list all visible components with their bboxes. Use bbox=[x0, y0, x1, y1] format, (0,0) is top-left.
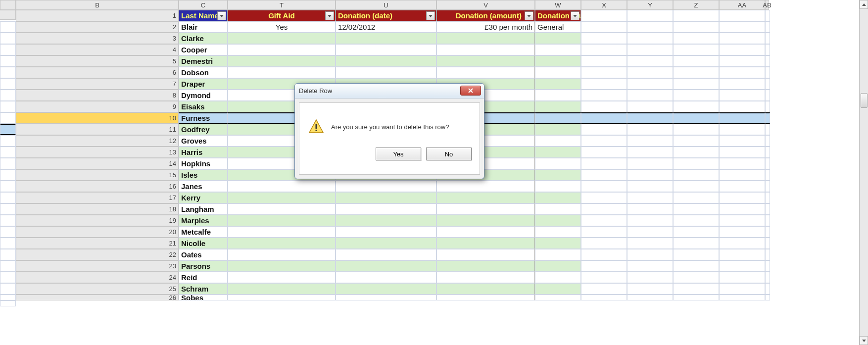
cell-donation-date[interactable] bbox=[336, 260, 436, 272]
cell-last-name[interactable]: Janes bbox=[179, 181, 228, 192]
dialog-close-button[interactable] bbox=[460, 86, 481, 96]
row-header[interactable]: 24 bbox=[16, 272, 179, 283]
row-header[interactable]: 19 bbox=[16, 215, 179, 226]
empty-cell[interactable] bbox=[627, 249, 673, 260]
empty-cell[interactable] bbox=[581, 33, 627, 44]
cell-donation-amount[interactable] bbox=[436, 226, 535, 238]
cell-gift-aid[interactable] bbox=[228, 215, 336, 226]
empty-cell[interactable] bbox=[719, 226, 765, 238]
empty-cell[interactable] bbox=[719, 192, 765, 203]
column-header-X[interactable]: X bbox=[581, 0, 627, 10]
empty-cell[interactable] bbox=[673, 10, 719, 21]
cell-gift-aid[interactable] bbox=[228, 55, 336, 67]
col-header-last-name[interactable]: Last Name bbox=[179, 10, 228, 21]
row-header[interactable]: 23 bbox=[16, 260, 179, 272]
cell-donation-purpose[interactable] bbox=[535, 181, 581, 192]
row-header[interactable]: 6 bbox=[16, 67, 179, 78]
column-header-T[interactable]: T bbox=[228, 0, 336, 10]
empty-cell[interactable] bbox=[719, 44, 765, 55]
empty-cell[interactable] bbox=[765, 124, 770, 135]
cell-donation-purpose[interactable] bbox=[535, 238, 581, 249]
empty-cell[interactable] bbox=[765, 44, 770, 55]
cell-donation-amount[interactable] bbox=[436, 283, 535, 295]
empty-cell[interactable] bbox=[765, 112, 770, 124]
cell-donation-purpose[interactable] bbox=[535, 226, 581, 238]
empty-cell[interactable] bbox=[627, 78, 673, 90]
row-header[interactable]: 7 bbox=[16, 78, 179, 90]
cell-donation-date[interactable] bbox=[336, 226, 436, 238]
cell-gift-aid[interactable] bbox=[228, 203, 336, 215]
row-header[interactable]: 10 bbox=[16, 112, 179, 124]
filter-button-last-name[interactable] bbox=[217, 11, 226, 20]
cell-donation-purpose[interactable] bbox=[535, 215, 581, 226]
cell-donation-amount[interactable] bbox=[436, 272, 535, 283]
empty-cell[interactable] bbox=[765, 226, 770, 238]
cell-donation-date[interactable] bbox=[336, 192, 436, 203]
empty-cell[interactable] bbox=[581, 169, 627, 181]
cell-gift-aid[interactable] bbox=[228, 238, 336, 249]
empty-cell[interactable] bbox=[719, 124, 765, 135]
empty-cell[interactable] bbox=[765, 295, 770, 300]
empty-cell[interactable] bbox=[765, 33, 770, 44]
cell-donation-amount[interactable] bbox=[436, 260, 535, 272]
cell-last-name[interactable]: Dobson bbox=[179, 67, 228, 78]
empty-cell[interactable] bbox=[581, 101, 627, 112]
row-header[interactable]: 4 bbox=[16, 44, 179, 55]
empty-cell[interactable] bbox=[673, 55, 719, 67]
empty-cell[interactable] bbox=[581, 181, 627, 192]
empty-cell[interactable] bbox=[673, 169, 719, 181]
cell-gift-aid[interactable] bbox=[228, 192, 336, 203]
empty-cell[interactable] bbox=[673, 78, 719, 90]
empty-cell[interactable] bbox=[673, 135, 719, 147]
empty-cell[interactable] bbox=[581, 147, 627, 158]
empty-cell[interactable] bbox=[719, 181, 765, 192]
empty-cell[interactable] bbox=[673, 124, 719, 135]
row-header[interactable]: 2 bbox=[16, 21, 179, 33]
cell-donation-amount[interactable] bbox=[436, 215, 535, 226]
cell-last-name[interactable]: Draper bbox=[179, 78, 228, 90]
empty-cell[interactable] bbox=[719, 238, 765, 249]
cell-last-name[interactable]: Marples bbox=[179, 215, 228, 226]
select-all-corner[interactable] bbox=[0, 0, 16, 10]
cell-last-name[interactable]: Nicolle bbox=[179, 238, 228, 249]
empty-cell[interactable] bbox=[581, 90, 627, 101]
row-header[interactable]: 21 bbox=[16, 238, 179, 249]
dialog-no-button[interactable]: No bbox=[426, 148, 472, 160]
cell-donation-amount[interactable] bbox=[436, 295, 535, 300]
empty-cell[interactable] bbox=[627, 192, 673, 203]
cell-donation-purpose[interactable] bbox=[535, 295, 581, 300]
cell-donation-amount[interactable]: £30 per month bbox=[436, 21, 535, 33]
empty-cell[interactable] bbox=[581, 55, 627, 67]
empty-cell[interactable] bbox=[673, 101, 719, 112]
cell-donation-amount[interactable] bbox=[436, 44, 535, 55]
empty-cell[interactable] bbox=[765, 181, 770, 192]
empty-cell[interactable] bbox=[627, 215, 673, 226]
cell-gift-aid[interactable] bbox=[228, 226, 336, 238]
empty-cell[interactable] bbox=[627, 124, 673, 135]
empty-cell[interactable] bbox=[719, 215, 765, 226]
empty-cell[interactable] bbox=[581, 226, 627, 238]
cell-donation-purpose[interactable] bbox=[535, 44, 581, 55]
empty-cell[interactable] bbox=[765, 55, 770, 67]
cell-donation-amount[interactable] bbox=[436, 181, 535, 192]
cell-donation-amount[interactable] bbox=[436, 203, 535, 215]
cell-donation-date[interactable] bbox=[336, 44, 436, 55]
empty-cell[interactable] bbox=[627, 101, 673, 112]
empty-cell[interactable] bbox=[673, 44, 719, 55]
cell-donation-date[interactable] bbox=[336, 203, 436, 215]
cell-donation-purpose[interactable] bbox=[535, 272, 581, 283]
empty-cell[interactable] bbox=[581, 78, 627, 90]
empty-cell[interactable] bbox=[719, 295, 765, 300]
empty-cell[interactable] bbox=[765, 238, 770, 249]
filter-button-donation-amount[interactable] bbox=[525, 11, 533, 20]
cell-gift-aid[interactable]: Yes bbox=[228, 21, 336, 33]
empty-cell[interactable] bbox=[719, 158, 765, 169]
filter-button-donation-purpose[interactable] bbox=[571, 11, 579, 20]
empty-cell[interactable] bbox=[719, 21, 765, 33]
dialog-yes-button[interactable]: Yes bbox=[376, 148, 421, 160]
empty-cell[interactable] bbox=[627, 55, 673, 67]
empty-cell[interactable] bbox=[673, 33, 719, 44]
empty-cell[interactable] bbox=[673, 112, 719, 124]
row-header[interactable]: 17 bbox=[16, 192, 179, 203]
empty-cell[interactable] bbox=[765, 158, 770, 169]
